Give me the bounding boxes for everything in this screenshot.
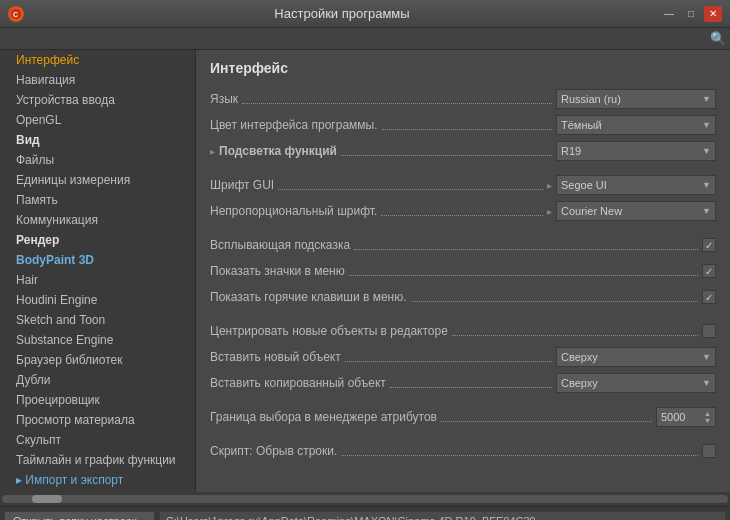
selection-border-label: Граница выбора в менеджере атрибутов: [210, 410, 656, 424]
interface-color-value: Тёмный: [561, 119, 602, 131]
gui-font-label: Шрифт GUI: [210, 178, 547, 192]
sidebar-item-interface[interactable]: Интерфейс: [0, 50, 195, 70]
word-wrap-row: Скрипт: Обрыв строки.: [210, 440, 716, 462]
sidebar-item-library[interactable]: Браузер библиотек: [0, 350, 195, 370]
gui-font-value: Segoe UI: [561, 179, 607, 191]
language-row: Язык Russian (ru) ▼: [210, 88, 716, 110]
chevron-down-icon: ▼: [702, 180, 711, 190]
interface-color-row: Цвет интерфейса программы. Тёмный ▼: [210, 114, 716, 136]
scrollbar[interactable]: [0, 492, 730, 506]
show-icons-checkbox[interactable]: [702, 264, 716, 278]
sidebar-item-opengl[interactable]: OpenGL: [0, 110, 195, 130]
sidebar-item-sculpt[interactable]: Скульпт: [0, 430, 195, 450]
insert-copied-label: Вставить копированный объект: [210, 376, 556, 390]
chevron-down-icon: ▼: [702, 206, 711, 216]
expand-icon[interactable]: ▸: [210, 146, 215, 157]
selection-border-row: Граница выбора в менеджере атрибутов 500…: [210, 406, 716, 428]
sidebar-item-material[interactable]: Просмотр материала: [0, 410, 195, 430]
expand-icon[interactable]: ▸: [547, 206, 552, 217]
window-title: Настройки программы: [24, 6, 660, 21]
insert-new-value: Сверху: [561, 351, 598, 363]
main-content: Интерфейс Навигация Устройства ввода Ope…: [0, 50, 730, 492]
bottom-bar: Открыть папку настроек... C:\Users\1prog…: [0, 506, 730, 520]
selection-border-value: 5000: [661, 411, 685, 423]
sidebar-item-communication[interactable]: Коммуникация: [0, 210, 195, 230]
app-icon: C: [8, 6, 24, 22]
search-icon[interactable]: 🔍: [710, 31, 726, 47]
insert-copied-dropdown[interactable]: Сверху ▼: [556, 373, 716, 393]
content-area: Интерфейс Язык Russian (ru) ▼ Цвет интер…: [196, 50, 730, 492]
interface-color-dropdown[interactable]: Тёмный ▼: [556, 115, 716, 135]
tooltip-checkbox[interactable]: [702, 238, 716, 252]
chevron-down-icon: ▼: [702, 378, 711, 388]
sidebar-item-render[interactable]: Рендер: [0, 230, 195, 250]
sidebar-item-sketch[interactable]: Sketch and Toon: [0, 310, 195, 330]
sidebar-item-bodypaint[interactable]: BodyPaint 3D: [0, 250, 195, 270]
sidebar-item-timeline[interactable]: Таймлайн и график функции: [0, 450, 195, 470]
sidebar: Интерфейс Навигация Устройства ввода Ope…: [0, 50, 196, 492]
sidebar-item-substance[interactable]: Substance Engine: [0, 330, 195, 350]
minimize-button[interactable]: —: [660, 6, 678, 22]
gui-font-dropdown[interactable]: Segoe UI ▼: [556, 175, 716, 195]
maximize-button[interactable]: □: [682, 6, 700, 22]
sidebar-item-dubs[interactable]: Дубли: [0, 370, 195, 390]
highlight-label-text: Подсветка функций: [219, 144, 337, 158]
highlight-label: ▸ Подсветка функций: [210, 144, 556, 158]
show-icons-row: Показать значки в меню: [210, 260, 716, 282]
language-dropdown[interactable]: Russian (ru) ▼: [556, 89, 716, 109]
open-folder-button[interactable]: Открыть папку настроек...: [4, 511, 155, 521]
chevron-down-icon: ▼: [702, 120, 711, 130]
insert-new-row: Вставить новый объект Сверху ▼: [210, 346, 716, 368]
center-objects-checkbox[interactable]: [702, 324, 716, 338]
sidebar-item-memory[interactable]: Память: [0, 190, 195, 210]
toolbar: 🔍: [0, 28, 730, 50]
mono-font-label: Непропорциональный шрифт.: [210, 204, 547, 218]
show-icons-label: Показать значки в меню: [210, 264, 702, 278]
insert-new-label: Вставить новый объект: [210, 350, 556, 364]
show-hotkeys-label: Показать горячие клавиши в меню.: [210, 290, 702, 304]
chevron-down-icon: ▼: [702, 352, 711, 362]
close-button[interactable]: ✕: [704, 6, 722, 22]
mono-font-row: Непропорциональный шрифт. ▸ Courier New …: [210, 200, 716, 222]
sidebar-item-files[interactable]: Файлы: [0, 150, 195, 170]
content-title: Интерфейс: [210, 60, 716, 76]
center-objects-row: Центрировать новые объекты в редакторе: [210, 320, 716, 342]
insert-new-dropdown[interactable]: Сверху ▼: [556, 347, 716, 367]
language-label: Язык: [210, 92, 556, 106]
svg-text:C: C: [13, 11, 18, 18]
tooltip-label: Всплывающая подсказка: [210, 238, 702, 252]
expand-icon[interactable]: ▸: [547, 180, 552, 191]
sidebar-item-import-export[interactable]: ▸ Импорт и экспорт: [0, 470, 195, 490]
sidebar-item-projector[interactable]: Проецировщик: [0, 390, 195, 410]
spinbox-arrows[interactable]: ▲ ▼: [704, 410, 711, 424]
sidebar-item-houdini[interactable]: Houdini Engine: [0, 290, 195, 310]
sidebar-item-hair[interactable]: Hair: [0, 270, 195, 290]
insert-copied-value: Сверху: [561, 377, 598, 389]
sidebar-item-view[interactable]: Вид: [0, 130, 195, 150]
insert-copied-row: Вставить копированный объект Сверху ▼: [210, 372, 716, 394]
center-objects-label: Центрировать новые объекты в редакторе: [210, 324, 702, 338]
path-display: C:\Users\1progs.ru\AppData\Roaming\MAXON…: [159, 511, 726, 521]
show-hotkeys-row: Показать горячие клавиши в меню.: [210, 286, 716, 308]
title-bar: C Настройки программы — □ ✕: [0, 0, 730, 28]
show-hotkeys-checkbox[interactable]: [702, 290, 716, 304]
sidebar-item-units[interactable]: Единицы измерения: [0, 170, 195, 190]
highlight-value: R19: [561, 145, 581, 157]
sidebar-item-color-scheme[interactable]: Цветовая схема: [0, 490, 195, 492]
gui-font-row: Шрифт GUI ▸ Segoe UI ▼: [210, 174, 716, 196]
scrollbar-thumb[interactable]: [32, 495, 62, 503]
highlight-row: ▸ Подсветка функций R19 ▼: [210, 140, 716, 162]
tooltip-row: Всплывающая подсказка: [210, 234, 716, 256]
highlight-dropdown[interactable]: R19 ▼: [556, 141, 716, 161]
sidebar-item-input-devices[interactable]: Устройства ввода: [0, 90, 195, 110]
scrollbar-track[interactable]: [2, 495, 728, 503]
language-value: Russian (ru): [561, 93, 621, 105]
mono-font-dropdown[interactable]: Courier New ▼: [556, 201, 716, 221]
mono-font-value: Courier New: [561, 205, 622, 217]
word-wrap-checkbox[interactable]: [702, 444, 716, 458]
sidebar-item-navigation[interactable]: Навигация: [0, 70, 195, 90]
selection-border-spinbox[interactable]: 5000 ▲ ▼: [656, 407, 716, 427]
interface-color-label: Цвет интерфейса программы.: [210, 118, 556, 132]
path-text: C:\Users\1progs.ru\AppData\Roaming\MAXON…: [166, 515, 536, 521]
chevron-down-icon: ▼: [702, 146, 711, 156]
